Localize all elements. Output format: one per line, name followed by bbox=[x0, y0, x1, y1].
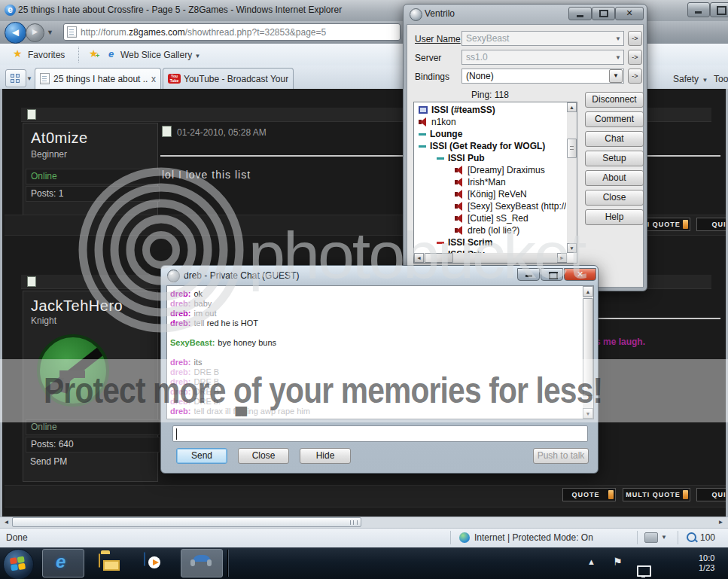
ventrilo-tree[interactable]: ISSI (#teamSS)n1konLoungeISSI (Get Ready… bbox=[413, 102, 577, 264]
tree-hscrollbar[interactable]: ◄ ► bbox=[414, 253, 567, 263]
start-button[interactable] bbox=[3, 549, 34, 579]
bindings-go-button[interactable]: -> bbox=[628, 69, 642, 84]
tree-item[interactable]: n1kon bbox=[416, 116, 566, 128]
favorites-star-icon[interactable]: ★ bbox=[13, 47, 23, 59]
quick-reply-button[interactable]: QUICK bbox=[696, 218, 728, 231]
username-go-button[interactable]: -> bbox=[628, 31, 642, 46]
webslice-gallery-button[interactable]: Web Slice Gallery ▼ bbox=[120, 50, 200, 60]
chat-sender: dreb: bbox=[170, 407, 191, 416]
chat-text: DRE B. bbox=[194, 387, 222, 396]
safety-menu[interactable]: Safety ▼ bbox=[673, 72, 708, 85]
tree-vscrollbar[interactable]: ▲ ▼ bbox=[567, 102, 577, 253]
scroll-up-arrow[interactable]: ▲ bbox=[567, 102, 577, 112]
scroll-right-arrow[interactable]: ► bbox=[716, 518, 726, 526]
quote-button[interactable]: QUOTE bbox=[562, 488, 616, 501]
tree-item[interactable]: Irish*Man bbox=[416, 176, 566, 188]
tree-item[interactable]: [Sexy] SexyBeast (http://forur bbox=[416, 200, 566, 212]
username-combo[interactable]: SexyBeast▼ bbox=[461, 31, 624, 46]
tree-item[interactable]: ISSI Scrim bbox=[416, 236, 566, 248]
maximize-button[interactable] bbox=[710, 2, 728, 17]
url-text: http://forum.z8games.com/showthread.php?… bbox=[81, 27, 326, 38]
scrollbar-thumb[interactable] bbox=[425, 253, 453, 263]
comment-button[interactable]: Comment bbox=[585, 111, 644, 127]
about-button[interactable]: About bbox=[585, 170, 644, 186]
tree-item[interactable]: Lounge bbox=[416, 128, 566, 140]
minimize-button[interactable] bbox=[568, 7, 592, 20]
channel-dash-icon bbox=[419, 145, 426, 148]
tree-item-label: [Cutie] sS_Red bbox=[468, 213, 528, 224]
maximize-button[interactable] bbox=[541, 268, 563, 281]
tab-list-dropdown[interactable]: ▼ bbox=[26, 75, 32, 82]
maximize-button[interactable] bbox=[592, 7, 615, 20]
chat-line: dreb:DRE B bbox=[168, 367, 574, 377]
tree-item[interactable]: ISSI (Get Ready for WOGL) bbox=[416, 140, 566, 152]
chat-text: ing awp rape him bbox=[247, 407, 310, 416]
taskbar-ie-button[interactable]: e bbox=[42, 549, 84, 577]
chat-button[interactable]: Chat bbox=[585, 131, 644, 147]
taskbar-ventrilo-button[interactable] bbox=[181, 549, 223, 577]
scroll-down-arrow[interactable]: ▼ bbox=[567, 243, 577, 253]
chevron-down-icon: ▼ bbox=[195, 53, 201, 59]
post-username[interactable]: JackTehHero bbox=[31, 297, 123, 315]
bindings-combo[interactable]: (None)▼ bbox=[461, 69, 624, 84]
scroll-left-arrow[interactable]: ◄ bbox=[414, 253, 424, 263]
setup-button[interactable]: Setup bbox=[585, 151, 644, 166]
tab-youtube[interactable]: You Tube YouTube - Broadcast Your... bbox=[163, 68, 294, 89]
scroll-right-arrow[interactable]: ► bbox=[557, 253, 567, 263]
taskbar-clock[interactable]: 10:0 1/23 bbox=[699, 553, 714, 573]
help-button[interactable]: Help bbox=[585, 209, 644, 225]
close-button[interactable]: Close bbox=[585, 190, 644, 206]
user-panel: At0mize Beginner Online Posts: 1 bbox=[23, 123, 158, 224]
tree-item[interactable]: [Dreamy] Draximus bbox=[416, 164, 566, 176]
chat-vscrollbar[interactable]: ▲ ▼ bbox=[583, 286, 593, 419]
scrollbar-thumb[interactable] bbox=[567, 139, 577, 158]
chevron-down-icon[interactable]: ▼ bbox=[661, 534, 667, 541]
minimize-button[interactable] bbox=[517, 268, 540, 281]
close-button[interactable]: ✕ bbox=[615, 7, 644, 20]
send-button[interactable]: Send bbox=[176, 448, 227, 464]
multi-quote-button[interactable]: MULTI QUOTE bbox=[623, 488, 690, 501]
chat-line: dreb:DRE B. bbox=[168, 377, 574, 387]
recent-pages-dropdown[interactable]: ▼ bbox=[47, 29, 53, 36]
tree-item[interactable]: dreb (lol lie?) bbox=[416, 224, 566, 236]
forward-button[interactable]: ► bbox=[26, 23, 44, 42]
server-go-button[interactable]: -> bbox=[628, 50, 642, 65]
scroll-up-arrow[interactable]: ▲ bbox=[583, 286, 593, 297]
scrollbar-thumb[interactable] bbox=[12, 517, 361, 527]
chat-log[interactable]: dreb:okdreb:babydreb:im outdreb:tell red… bbox=[166, 285, 594, 419]
close-button[interactable]: ✕ bbox=[564, 268, 596, 281]
network-icon[interactable] bbox=[637, 565, 651, 577]
scroll-down-arrow[interactable]: ▼ bbox=[583, 408, 593, 419]
disconnect-button[interactable]: Disconnect bbox=[585, 92, 644, 108]
zoom-level[interactable]: 100 bbox=[700, 532, 715, 543]
scroll-left-arrow[interactable]: ◄ bbox=[2, 518, 11, 526]
server-combo[interactable]: ss1.0▼ bbox=[461, 50, 624, 65]
chat-input[interactable] bbox=[172, 425, 588, 442]
quick-tabs-button[interactable] bbox=[5, 69, 26, 87]
close-button[interactable]: Close bbox=[238, 448, 289, 464]
back-button[interactable]: ◄ bbox=[5, 22, 26, 44]
tree-item[interactable]: ISSI (#teamSS) bbox=[416, 104, 566, 116]
tree-item[interactable]: [Cutie] sS_Red bbox=[416, 212, 566, 224]
tab-close-icon[interactable]: x bbox=[151, 74, 156, 84]
tree-item[interactable]: [König] ReVeN bbox=[416, 188, 566, 200]
favorites-button[interactable]: Favorites bbox=[28, 50, 65, 60]
tray-expand-icon[interactable]: ▲ bbox=[587, 557, 595, 566]
add-favorite-icon[interactable]: ★+ bbox=[89, 47, 99, 59]
hide-button[interactable]: Hide bbox=[300, 448, 351, 464]
taskbar-wmp-button[interactable] bbox=[136, 549, 173, 577]
tree-item-label: [Dreamy] Draximus bbox=[468, 165, 545, 175]
zoom-icon[interactable] bbox=[687, 532, 696, 542]
push-to-talk-button[interactable]: Push to talk bbox=[533, 448, 589, 464]
scrollbar-thumb[interactable] bbox=[583, 298, 593, 396]
minimize-icon bbox=[695, 11, 702, 14]
action-center-flag-icon[interactable]: ⚑ bbox=[613, 556, 623, 568]
send-pm-link[interactable]: Send PM bbox=[30, 456, 67, 467]
quick-reply-button[interactable]: QUICK bbox=[696, 488, 728, 501]
minimize-button[interactable] bbox=[687, 2, 710, 17]
address-bar[interactable]: http://forum.z8games.com/showthread.php?… bbox=[63, 23, 401, 41]
tree-item[interactable]: ISSI Pub bbox=[416, 152, 566, 164]
tab-thread[interactable]: 25 things I hate about ... x bbox=[35, 68, 161, 89]
post-username[interactable]: At0mize bbox=[31, 130, 88, 147]
taskbar-explorer-button[interactable] bbox=[92, 549, 129, 577]
